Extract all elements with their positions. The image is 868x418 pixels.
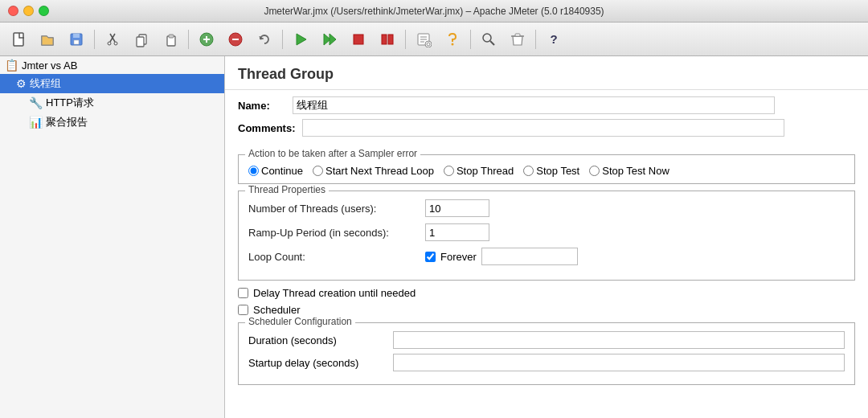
- scheduler-checkbox[interactable]: [238, 305, 248, 315]
- delay-thread-checkbox[interactable]: [238, 288, 248, 298]
- agg-report-icon: 📊: [29, 116, 43, 129]
- name-label: Name:: [238, 100, 286, 112]
- radio-stop-test-now-label: Stop Test Now: [602, 165, 669, 177]
- open-button[interactable]: [34, 26, 61, 53]
- main-layout: 📋 Jmter vs AB ⚙ 线程组 🔧 HTTP请求 📊 聚合报告 Thre…: [0, 56, 868, 418]
- add-button[interactable]: [193, 26, 220, 53]
- save-button[interactable]: [63, 26, 90, 53]
- comments-input[interactable]: [302, 119, 784, 137]
- forever-checkbox[interactable]: [425, 252, 436, 262]
- reset-button[interactable]: [251, 26, 278, 53]
- num-threads-input[interactable]: [425, 199, 489, 217]
- svg-rect-22: [388, 35, 393, 44]
- sidebar-item-label-http-request: HTTP请求: [46, 96, 94, 110]
- delay-thread-label: Delay Thread creation until needed: [253, 287, 416, 299]
- cut-button[interactable]: [99, 26, 126, 53]
- clear-all-button[interactable]: [504, 26, 531, 53]
- paste-button[interactable]: [157, 26, 184, 53]
- forever-label: Forever: [440, 251, 477, 263]
- num-threads-row: Number of Threads (users):: [248, 199, 845, 217]
- scheduler-config-legend: Scheduler Configuration: [245, 316, 355, 327]
- shutdown-button[interactable]: [374, 26, 401, 53]
- loop-count-row: Loop Count: Forever: [248, 248, 845, 265]
- svg-marker-17: [297, 34, 306, 45]
- radio-continue-input[interactable]: [248, 166, 259, 176]
- duration-label: Duration (seconds): [248, 334, 393, 346]
- svg-rect-3: [74, 40, 79, 44]
- separator-4: [405, 30, 406, 49]
- name-area: Name: Comments:: [225, 90, 868, 148]
- sidebar-item-http-request[interactable]: 🔧 HTTP请求: [0, 93, 224, 113]
- radio-stop-test-now[interactable]: Stop Test Now: [589, 165, 669, 177]
- radio-continue[interactable]: Continue: [248, 165, 303, 177]
- start-button[interactable]: [287, 26, 314, 53]
- thread-props-legend: Thread Properties: [245, 184, 329, 195]
- sidebar: 📋 Jmter vs AB ⚙ 线程组 🔧 HTTP请求 📊 聚合报告: [0, 56, 225, 418]
- loop-count-input[interactable]: [481, 248, 578, 265]
- minimize-button[interactable]: [23, 6, 34, 16]
- scheduler-row[interactable]: Scheduler: [238, 304, 855, 316]
- svg-line-31: [490, 41, 494, 45]
- svg-point-7: [114, 42, 117, 45]
- title-bar: JmeterWar.jmx (/Users/rethink/JmeterWar.…: [0, 0, 868, 23]
- separator-5: [470, 30, 471, 49]
- radio-start-next[interactable]: Start Next Thread Loop: [313, 165, 434, 177]
- new-button[interactable]: [5, 26, 32, 53]
- sidebar-item-thread-group[interactable]: ⚙ 线程组: [0, 74, 224, 93]
- name-row: Name:: [238, 96, 855, 114]
- svg-rect-33: [515, 34, 520, 36]
- radio-stop-test-input[interactable]: [523, 166, 534, 176]
- radio-continue-label: Continue: [261, 165, 303, 177]
- svg-rect-11: [169, 35, 174, 38]
- ramp-up-label: Ramp-Up Period (in seconds):: [248, 227, 425, 239]
- help-button[interactable]: ?: [540, 26, 567, 53]
- startup-delay-input[interactable]: [393, 354, 845, 371]
- svg-rect-20: [354, 35, 363, 44]
- svg-marker-19: [330, 34, 336, 45]
- test-plan-icon: 📋: [5, 59, 18, 72]
- name-input[interactable]: [293, 96, 775, 114]
- error-action-section: Action to be taken after a Sampler error…: [238, 154, 855, 184]
- close-button[interactable]: [8, 6, 18, 16]
- radio-stop-test[interactable]: Stop Test: [523, 165, 579, 177]
- startup-delay-row: Startup delay (seconds): [248, 354, 845, 371]
- svg-point-30: [483, 34, 491, 42]
- svg-rect-21: [382, 35, 387, 44]
- thread-properties-section: Thread Properties Number of Threads (use…: [238, 191, 855, 281]
- scheduler-label: Scheduler: [253, 304, 301, 316]
- duration-input[interactable]: [393, 331, 845, 349]
- sidebar-item-label-thread-group: 线程组: [30, 76, 61, 91]
- error-action-legend: Action to be taken after a Sampler error: [245, 148, 420, 159]
- window-controls: [8, 6, 49, 16]
- duration-row: Duration (seconds): [248, 331, 845, 349]
- radio-start-next-input[interactable]: [313, 166, 323, 176]
- stop-button[interactable]: [345, 26, 372, 53]
- maximize-button[interactable]: [39, 6, 49, 16]
- ramp-up-input[interactable]: [425, 223, 489, 241]
- function-helper-button[interactable]: [439, 26, 466, 53]
- separator-1: [94, 30, 95, 49]
- svg-point-27: [425, 41, 432, 47]
- start-no-pause-button[interactable]: [316, 26, 343, 53]
- svg-point-6: [108, 42, 111, 45]
- svg-rect-0: [14, 33, 23, 46]
- separator-2: [188, 30, 189, 49]
- log-viewer-button[interactable]: [410, 26, 437, 53]
- remove-button[interactable]: [222, 26, 249, 53]
- comments-label: Comments:: [238, 122, 296, 134]
- radio-stop-thread[interactable]: Stop Thread: [444, 165, 514, 177]
- loop-count-label: Loop Count:: [248, 251, 425, 263]
- sidebar-item-agg-report[interactable]: 📊 聚合报告: [0, 113, 224, 132]
- radio-stop-test-label: Stop Test: [536, 165, 579, 177]
- startup-delay-label: Startup delay (seconds): [248, 357, 393, 369]
- radio-stop-thread-input[interactable]: [444, 166, 454, 176]
- search-button[interactable]: [475, 26, 502, 53]
- delay-thread-row[interactable]: Delay Thread creation until needed: [238, 287, 855, 299]
- error-action-radio-row: Continue Start Next Thread Loop Stop Thr…: [248, 162, 845, 177]
- sidebar-item-test-plan[interactable]: 📋 Jmter vs AB: [0, 56, 224, 74]
- svg-point-29: [452, 43, 454, 45]
- radio-start-next-label: Start Next Thread Loop: [326, 165, 434, 177]
- radio-stop-test-now-input[interactable]: [589, 166, 600, 176]
- svg-rect-9: [137, 37, 144, 47]
- copy-button[interactable]: [128, 26, 155, 53]
